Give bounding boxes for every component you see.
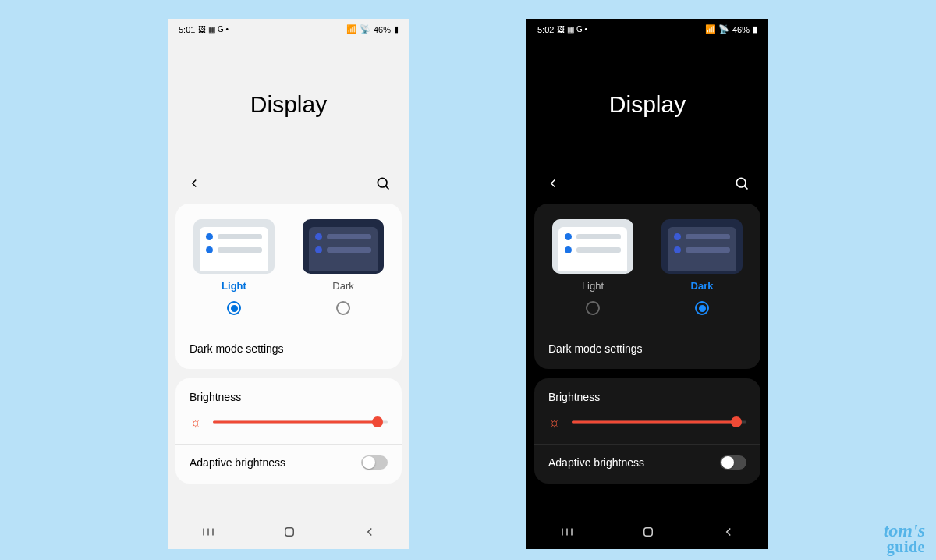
hero: Display [526, 36, 768, 172]
radio-dark[interactable] [336, 301, 350, 315]
adaptive-brightness-toggle[interactable] [720, 455, 746, 470]
svg-line-1 [385, 186, 388, 189]
back-button[interactable] [185, 174, 204, 193]
page-title: Display [250, 91, 327, 118]
theme-option-dark[interactable]: Dark [659, 219, 745, 315]
theme-thumb-dark [661, 219, 743, 274]
svg-rect-11 [644, 528, 653, 537]
back-button[interactable] [544, 174, 562, 193]
nav-home[interactable] [641, 525, 655, 542]
brightness-label: Brightness [547, 391, 748, 414]
brightness-label: Brightness [188, 391, 389, 414]
theme-option-light[interactable]: Light [191, 219, 277, 315]
sun-icon: ☼ [548, 416, 561, 429]
theme-card: Light Dark Dark mode settings [176, 204, 402, 369]
back-icon [722, 525, 736, 539]
navbar [526, 518, 768, 549]
svg-line-7 [744, 186, 747, 189]
hero: Display [168, 36, 410, 172]
brightness-slider[interactable] [572, 414, 746, 430]
theme-option-dark[interactable]: Dark [300, 219, 386, 315]
nav-back[interactable] [722, 525, 736, 542]
theme-thumb-light [552, 219, 633, 274]
svg-point-0 [378, 178, 387, 187]
status-time: 5:01 [179, 25, 195, 34]
brightness-knob[interactable] [372, 416, 383, 427]
search-icon [375, 175, 391, 191]
back-icon [363, 525, 377, 539]
watermark: tom's guide [884, 523, 925, 554]
search-button[interactable] [732, 174, 751, 193]
battery-icon: ▮ [753, 24, 757, 34]
theme-label: Dark [691, 280, 714, 292]
status-left-icons: 🖼 ▦ G • [557, 25, 587, 34]
svg-rect-5 [285, 528, 294, 537]
adaptive-brightness-label: Adaptive brightness [190, 456, 285, 469]
dark-mode-settings-link[interactable]: Dark mode settings [547, 331, 748, 356]
page-title: Display [609, 91, 686, 118]
home-icon [282, 525, 296, 539]
theme-thumb-dark [303, 219, 384, 274]
phone-dark: 5:02 🖼 ▦ G • 📶 📡 46% ▮ Display [526, 19, 768, 549]
status-bar: 5:02 🖼 ▦ G • 📶 📡 46% ▮ [526, 19, 768, 36]
navbar [168, 518, 410, 549]
battery-icon: ▮ [394, 24, 399, 34]
status-bar: 5:01 🖼 ▦ G • 📶 📡 46% ▮ [168, 19, 410, 36]
dark-mode-settings-link[interactable]: Dark mode settings [188, 331, 389, 356]
radio-light[interactable] [586, 301, 600, 315]
nav-recents[interactable] [559, 525, 575, 542]
status-right-icons: 📶 📡 [705, 24, 729, 34]
brightness-slider[interactable] [213, 414, 388, 430]
brightness-knob[interactable] [731, 416, 742, 427]
search-button[interactable] [374, 174, 392, 193]
theme-thumb-light [193, 219, 275, 274]
theme-label: Light [222, 280, 246, 292]
brightness-card: Brightness ☼ Adaptive brightness [534, 378, 760, 484]
chevron-left-icon [187, 176, 201, 190]
nav-back[interactable] [363, 525, 377, 542]
nav-home[interactable] [282, 525, 296, 542]
nav-recents[interactable] [200, 525, 216, 542]
appbar [168, 172, 410, 204]
status-time: 5:02 [537, 25, 554, 34]
status-battery: 46% [732, 25, 750, 34]
home-icon [641, 525, 655, 539]
theme-label: Dark [332, 280, 353, 292]
phone-light: 5:01 🖼 ▦ G • 📶 📡 46% ▮ Display [168, 19, 410, 549]
svg-point-6 [736, 178, 746, 187]
brightness-card: Brightness ☼ Adaptive brightness [176, 378, 402, 484]
appbar [526, 172, 768, 204]
radio-dark[interactable] [695, 301, 709, 315]
recents-icon [200, 525, 216, 539]
radio-light[interactable] [227, 301, 241, 315]
status-right-icons: 📶 📡 [346, 24, 370, 34]
status-left-icons: 🖼 ▦ G • [198, 25, 229, 34]
sun-icon: ☼ [190, 416, 202, 429]
search-icon [734, 175, 750, 191]
status-battery: 46% [374, 25, 391, 34]
adaptive-brightness-toggle[interactable] [361, 455, 388, 470]
brightness-fill [213, 421, 378, 424]
chevron-left-icon [546, 176, 560, 190]
theme-option-light[interactable]: Light [550, 219, 636, 315]
recents-icon [559, 525, 575, 539]
adaptive-brightness-label: Adaptive brightness [548, 456, 644, 469]
brightness-fill [572, 421, 736, 424]
theme-card: Light Dark Dark mode settings [534, 204, 760, 369]
theme-label: Light [582, 280, 604, 292]
